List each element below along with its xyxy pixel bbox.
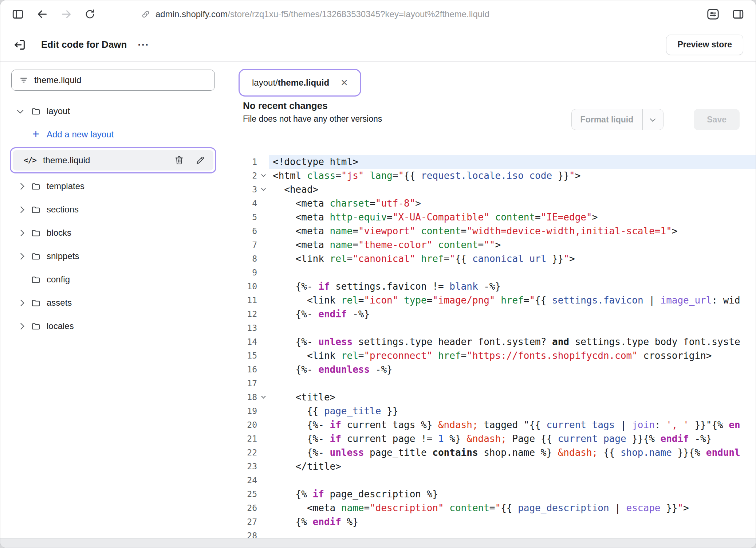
code-line[interactable]: 18 <title> [226,390,756,404]
fold-toggle-icon[interactable] [258,175,269,176]
code-line[interactable]: 5 <meta http-equiv="X-UA-Compatible" con… [226,210,756,224]
code-line[interactable]: 25 {% if page_description %} [226,487,756,501]
chevron-down-icon[interactable] [18,110,27,113]
more-options-button[interactable]: ... [138,37,149,52]
code-editor[interactable]: 1<!doctype html>2<html class="js" lang="… [226,155,756,538]
url-text: admin.shopify.com/store/rzq1xu-f5/themes… [155,9,489,19]
reload-icon[interactable] [84,8,96,20]
file-search[interactable] [11,70,215,91]
delete-file-button[interactable] [174,155,184,165]
tab-highlight-ring: layout/theme.liquid × [239,69,361,97]
code-line[interactable]: 1<!doctype html> [226,155,756,169]
code-line[interactable]: 4 <meta charset="utf-8"> [226,196,756,210]
sidebar-item-blocks[interactable]: blocks [0,221,226,244]
browser-toolbar: admin.shopify.com/store/rzq1xu-f5/themes… [0,0,756,28]
app-window: admin.shopify.com/store/rzq1xu-f5/themes… [0,0,756,548]
line-number: 2 [226,171,257,180]
tab-prefix: layout/ [252,78,278,87]
chevron-right-icon[interactable] [18,207,27,212]
line-number: 28 [226,531,257,538]
code-line[interactable]: 2<html class="js" lang="{{ request.local… [226,169,756,183]
close-tab-icon[interactable]: × [341,78,348,87]
chevron-right-icon[interactable] [18,231,27,235]
code-line[interactable]: 23 </title> [226,459,756,473]
code-line[interactable]: 27 {% endif %} [226,515,756,529]
code-line[interactable]: 3 <head> [226,183,756,196]
fold-toggle-icon[interactable] [258,396,269,398]
code-line[interactable]: 9 [226,266,756,279]
code-line[interactable]: 24 [226,473,756,487]
sidebar-item-templates[interactable]: templates [0,175,226,198]
line-number: 5 [226,212,257,222]
version-status: No recent changes File does not have any… [243,100,382,124]
code-line[interactable]: 16 {%- endunless -%} [226,363,756,376]
sidebar-item-theme-liquid[interactable]: </>theme.liquid [13,150,213,171]
line-number: 27 [226,517,257,527]
panel-toggle-icon[interactable] [732,8,745,21]
code-line[interactable]: 12 {%- endif -%} [226,307,756,321]
file-name-label: theme.liquid [43,155,90,165]
preview-store-button[interactable]: Preview store [666,35,743,55]
sidebar-item-sections[interactable]: sections [0,198,226,221]
code-line[interactable]: 11 <link rel="icon" type="image/png" hre… [226,293,756,307]
line-number: 25 [226,489,257,499]
code-file-icon: </> [24,156,36,165]
chevron-down-icon[interactable] [643,118,663,121]
save-button[interactable]: Save [694,109,740,130]
rename-file-button[interactable] [195,155,205,165]
forward-icon[interactable] [60,8,72,20]
code-line[interactable]: 7 <meta name="theme-color" content=""> [226,238,756,252]
code-line[interactable]: 10 {%- if settings.favicon != blank -%} [226,279,756,293]
code-line[interactable]: 22 {%- unless page_title contains shop.n… [226,446,756,459]
line-number: 23 [226,462,257,471]
line-number: 6 [226,226,257,236]
line-number: 24 [226,475,257,485]
status-subtitle: File does not have any other versions [243,114,382,124]
code-line[interactable]: 14 {%- unless settings.type_header_font.… [226,335,756,349]
filter-icon [19,75,28,85]
code-line[interactable]: 20 {%- if current_tags %} &ndash; tagged… [226,418,756,432]
code-line[interactable]: 17 [226,376,756,390]
exit-button[interactable] [13,38,27,52]
sidebar-item-layout[interactable]: layout [0,99,226,123]
line-number: 21 [226,434,257,443]
line-number: 4 [226,199,257,208]
tab-layout-theme-liquid[interactable]: layout/theme.liquid × [242,72,358,93]
code-line[interactable]: 21 {%- if current_page != 1 %} &ndash; P… [226,432,756,446]
chevron-right-icon[interactable] [18,301,27,305]
folder-icon [31,181,41,191]
customize-icon[interactable] [706,7,720,21]
window-bottom-edge [0,538,756,548]
link-icon [141,9,150,19]
add-new-layout-link[interactable]: +Add a new layout [0,123,226,146]
address-bar[interactable]: admin.shopify.com/store/rzq1xu-f5/themes… [141,9,489,19]
format-liquid-button[interactable]: Format liquid [571,109,664,130]
sidebar-item-assets[interactable]: assets [0,291,226,314]
line-number: 19 [226,406,257,416]
line-number: 14 [226,337,257,347]
back-icon[interactable] [36,8,48,20]
code-line[interactable]: 13 [226,321,756,335]
code-line[interactable]: 15 <link rel="preconnect" href="https://… [226,349,756,363]
toolbar-actions: Format liquid Save [571,100,740,139]
fold-toggle-icon[interactable] [258,189,269,190]
line-number: 11 [226,295,257,305]
code-line[interactable]: 28 [226,529,756,538]
code-line[interactable]: 8 <link rel="canonical" href="{{ canonic… [226,252,756,266]
sidebar-item-snippets[interactable]: snippets [0,244,226,268]
file-search-input[interactable] [34,75,207,85]
code-line[interactable]: 26 <meta name="description" content="{{ … [226,501,756,515]
chevron-right-icon[interactable] [18,254,27,259]
browser-sidebar-toggle-icon[interactable] [11,8,24,21]
folder-icon [31,298,41,308]
line-number: 26 [226,503,257,513]
chevron-right-icon[interactable] [18,324,27,329]
code-line[interactable]: 6 <meta name="viewport" content="width=d… [226,224,756,238]
line-number: 3 [226,185,257,194]
sidebar-item-locales[interactable]: locales [0,314,226,338]
chevron-right-icon[interactable] [18,184,27,189]
folder-icon [31,275,41,285]
code-line[interactable]: 19 {{ page_title }} [226,404,756,418]
sidebar-item-config[interactable]: config [0,268,226,291]
code-lines: 1<!doctype html>2<html class="js" lang="… [226,155,756,538]
